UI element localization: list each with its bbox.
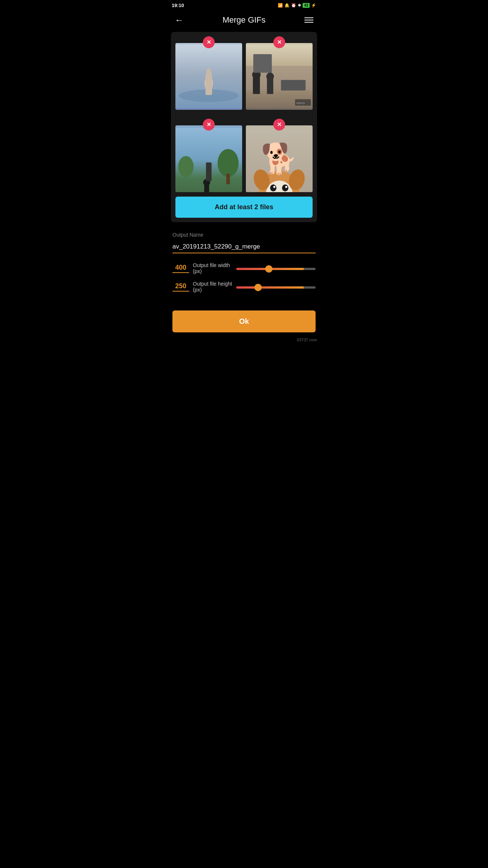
- svg-point-8: [252, 70, 261, 79]
- watermark: 03737.com: [167, 336, 321, 345]
- dog-svg: [246, 125, 313, 192]
- charging-icon: ⚡: [311, 3, 316, 8]
- remove-dog-button[interactable]: ✕: [273, 119, 285, 131]
- menu-button[interactable]: [304, 17, 313, 23]
- signal-icon: 📶: [278, 3, 283, 8]
- height-value: 250: [172, 282, 189, 292]
- gif-cell-wildlife: ✕: [175, 36, 242, 110]
- gif-image-gaming2: [175, 125, 242, 192]
- remove-wildlife-button[interactable]: ✕: [203, 36, 215, 48]
- svg-text:Lipovci: Lipovci: [296, 101, 305, 105]
- svg-point-15: [218, 149, 239, 177]
- gif-image-gaming1: Lipovci: [246, 43, 313, 110]
- height-slider-container: [236, 283, 316, 290]
- svg-point-28: [270, 184, 276, 191]
- svg-point-4: [206, 68, 211, 75]
- svg-point-10: [266, 73, 274, 80]
- status-icons: 📶 🔔 ⏰ ✱ 43 ⚡: [278, 3, 316, 8]
- gif-grid-row2: ✕: [175, 119, 313, 192]
- width-value: 400: [172, 264, 189, 273]
- svg-point-29: [282, 184, 288, 191]
- gif-cell-gaming1: ✕: [246, 36, 313, 110]
- remove-gaming2-button[interactable]: ✕: [203, 119, 215, 131]
- gaming2-svg: [175, 125, 242, 192]
- hamburger-icon: [304, 20, 313, 20]
- main-card: ✕: [171, 32, 317, 222]
- svg-point-1: [179, 89, 238, 102]
- status-bar: 19:10 📶 🔔 ⏰ ✱ 43 ⚡: [167, 0, 321, 10]
- gif-image-dog: [246, 125, 313, 192]
- gif-image-wildlife: [175, 43, 242, 110]
- svg-rect-11: [281, 80, 306, 90]
- top-nav: ← Merge GIFs: [167, 10, 321, 30]
- output-name-label: Output Name: [172, 232, 316, 238]
- svg-rect-16: [226, 174, 230, 184]
- gif-cell-gaming2: ✕: [175, 119, 242, 192]
- ok-button[interactable]: Ok: [172, 310, 316, 332]
- height-slider[interactable]: [236, 286, 316, 289]
- wifi-icon: 🔔: [284, 3, 290, 8]
- alarm-icon: ⏰: [291, 3, 296, 8]
- width-slider-row: 400 Output file width (px): [172, 262, 316, 274]
- x-icon: ✕: [207, 39, 211, 46]
- width-label: Output file width (px): [193, 262, 233, 274]
- add-files-button[interactable]: Add at least 2 files: [175, 197, 313, 218]
- page-title: Merge GIFs: [222, 15, 266, 25]
- gaming1-svg: Lipovci: [246, 43, 313, 110]
- svg-point-2: [205, 76, 213, 91]
- x-icon: ✕: [277, 121, 282, 128]
- gif-cell-dog: ✕: [246, 119, 313, 192]
- svg-point-20: [203, 179, 210, 186]
- svg-rect-7: [253, 76, 260, 94]
- row-spacer: [175, 110, 313, 119]
- hamburger-icon: [304, 22, 313, 23]
- svg-rect-9: [267, 78, 273, 94]
- svg-point-17: [178, 156, 194, 177]
- wildlife-svg: [175, 43, 242, 110]
- x-icon: ✕: [277, 39, 282, 46]
- output-name-input[interactable]: [172, 241, 316, 253]
- bluetooth-icon: ✱: [298, 3, 301, 8]
- svg-point-31: [285, 186, 287, 188]
- height-slider-row: 250 Output file height (px): [172, 281, 316, 293]
- remove-gaming1-button[interactable]: ✕: [273, 36, 285, 48]
- battery-level: 43: [303, 3, 310, 8]
- height-label: Output file height (px): [193, 281, 233, 293]
- width-slider-container: [236, 265, 316, 272]
- output-section: Output Name 400 Output file width (px) 2…: [167, 224, 321, 307]
- back-button[interactable]: ←: [175, 15, 184, 25]
- status-time: 19:10: [172, 3, 184, 8]
- svg-point-30: [273, 186, 276, 188]
- gif-grid: ✕: [175, 36, 313, 110]
- x-icon: ✕: [207, 121, 211, 128]
- width-slider[interactable]: [236, 268, 316, 270]
- hamburger-icon: [304, 17, 313, 18]
